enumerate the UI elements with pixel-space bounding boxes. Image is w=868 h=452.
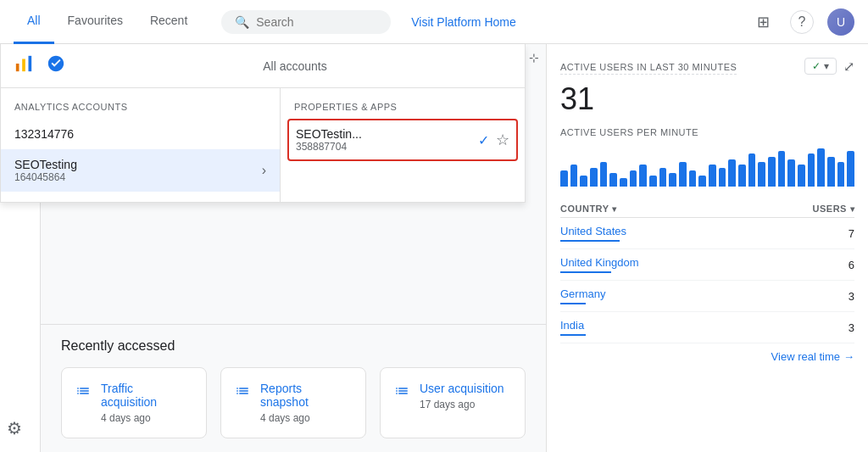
visit-platform-link[interactable]: Visit Platform Home [411, 15, 515, 29]
dropdown-body: Analytics Accounts 132314776 SEOTesting … [1, 88, 525, 202]
all-accounts-label: All accounts [79, 59, 511, 73]
card-time: 4 days ago [101, 412, 192, 424]
tab-recent[interactable]: Recent [136, 0, 201, 44]
property-item-highlighted[interactable]: SEOTestin... 358887704 ✓ ☆ [287, 119, 518, 161]
bar [669, 173, 676, 187]
bar [719, 168, 726, 187]
country-row: India 3 [560, 312, 854, 343]
bar [600, 162, 608, 187]
bar [709, 165, 716, 187]
top-nav: All Favourites Recent 🔍 Visit Platform H… [0, 0, 868, 44]
bar-chart [560, 144, 854, 187]
bar [679, 162, 687, 187]
country-users: 3 [752, 312, 854, 343]
card-title[interactable]: Traffic acquisition [101, 382, 192, 409]
accounts-col-header: Analytics Accounts [1, 98, 280, 119]
arrow-right-icon: → [843, 350, 854, 363]
help-icon[interactable]: ? [790, 10, 814, 34]
bar [748, 153, 756, 187]
nav-tabs: All Favourites Recent [14, 0, 201, 44]
nav-right: ⊞ ? U [749, 8, 854, 36]
realtime-actions: ✓ ▾ ⤢ [804, 58, 854, 75]
ga-blue-icon [47, 54, 65, 77]
bar [560, 170, 568, 187]
cards-row: Traffic acquisition 4 days ago Reports s… [61, 367, 526, 438]
dropdown-header: All accounts [1, 44, 525, 88]
country-name[interactable]: Germany [560, 281, 752, 312]
crosshair-icon[interactable]: ⊹ [529, 51, 539, 64]
bar [728, 159, 736, 187]
bar [570, 165, 578, 187]
bar [689, 170, 697, 187]
tab-favourites[interactable]: Favourites [54, 0, 136, 44]
search-icon: 🔍 [235, 15, 249, 29]
card-title[interactable]: Reports snapshot [260, 382, 352, 409]
recently-accessed-title: Recently accessed [61, 338, 526, 354]
status-badge[interactable]: ✓ ▾ [804, 58, 837, 75]
bar [827, 157, 835, 187]
account-name: 132314776 [14, 127, 74, 141]
card-time: 4 days ago [260, 412, 352, 424]
country-name[interactable]: United States [560, 218, 752, 249]
dropdown-arrow-icon: ▾ [824, 60, 829, 72]
recently-accessed-card[interactable]: Reports snapshot 4 days ago [220, 367, 366, 438]
country-col-header[interactable]: COUNTRY ▾ [560, 200, 752, 218]
account-dropdown: All accounts Analytics Accounts 13231477… [0, 44, 526, 203]
analytics-panel: ACTIVE USERS IN LAST 30 MINUTES ✓ ▾ ⤢ 31… [546, 44, 868, 452]
bar [609, 173, 617, 187]
chevron-right-icon: › [262, 163, 266, 178]
bar [649, 176, 657, 187]
country-row: Germany 3 [560, 281, 854, 312]
country-row: United States 7 [560, 218, 854, 249]
recently-accessed-card[interactable]: Traffic acquisition 4 days ago [61, 367, 207, 438]
star-icon[interactable]: ☆ [496, 131, 509, 149]
expand-icon[interactable]: ⤢ [843, 59, 854, 75]
bar [778, 151, 786, 187]
bar [847, 151, 854, 187]
property-id: 358887704 [296, 141, 471, 153]
card-icon [75, 383, 91, 403]
country-table: COUNTRY ▾ USERS ▾ United States 7 United… [560, 200, 854, 343]
tab-all[interactable]: All [14, 0, 54, 44]
grid-icon[interactable]: ⊞ [749, 8, 776, 36]
account-item-selected[interactable]: SEOTesting 164045864 › [1, 149, 280, 192]
avatar[interactable]: U [827, 8, 854, 36]
country-row: United Kingdom 6 [560, 249, 854, 281]
account-name-2: SEOTesting [14, 158, 77, 171]
svg-rect-4 [22, 59, 25, 72]
country-name[interactable]: United Kingdom [560, 249, 752, 281]
bar [738, 165, 746, 187]
account-item[interactable]: 132314776 [1, 119, 280, 149]
settings-icon[interactable]: ⚙ [7, 418, 22, 438]
bar [630, 170, 637, 187]
bar [758, 162, 765, 187]
properties-col: Properties & Apps SEOTestin... 358887704… [281, 88, 525, 202]
recently-accessed-card[interactable]: User acquisition 17 days ago [380, 367, 526, 438]
country-name[interactable]: India [560, 312, 752, 343]
search-bar[interactable]: 🔍 [221, 10, 391, 34]
country-users: 3 [752, 281, 854, 312]
check-icon: ✓ [478, 132, 489, 148]
view-realtime-link[interactable]: View real time → [560, 350, 854, 363]
status-icon: ✓ [812, 60, 821, 72]
main-layout: ⚙ All accounts Analytic [0, 44, 868, 452]
properties-col-header: Properties & Apps [281, 98, 525, 119]
card-title[interactable]: User acquisition [420, 382, 504, 395]
account-id-2: 164045864 [14, 171, 77, 183]
bar [817, 148, 825, 187]
bar [639, 165, 647, 187]
svg-rect-3 [16, 64, 19, 71]
users-col-header[interactable]: USERS ▾ [752, 200, 854, 218]
bar [787, 159, 795, 187]
realtime-header: ACTIVE USERS IN LAST 30 MINUTES ✓ ▾ ⤢ [560, 58, 854, 75]
country-users: 6 [752, 249, 854, 281]
realtime-title: ACTIVE USERS IN LAST 30 MINUTES [560, 62, 737, 75]
bar [837, 162, 845, 187]
bar [808, 153, 815, 187]
bar [698, 176, 706, 187]
property-name: SEOTestin... [296, 127, 471, 141]
bar [590, 168, 598, 187]
bar [580, 176, 587, 187]
search-input[interactable] [256, 15, 377, 29]
bar [659, 168, 667, 187]
